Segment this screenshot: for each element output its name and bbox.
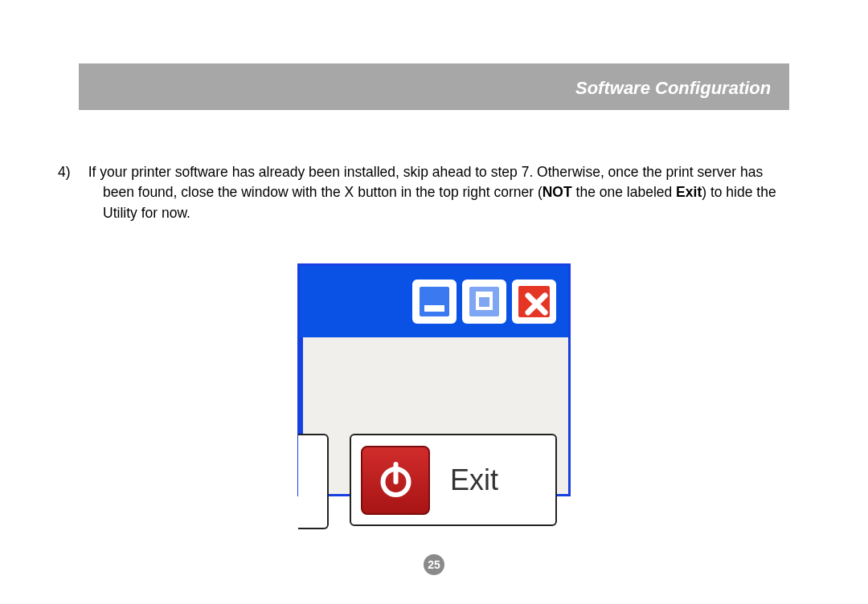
page-number-badge: 25 bbox=[424, 554, 444, 575]
step-text-mid: the one labeled bbox=[572, 184, 676, 200]
close-icon bbox=[518, 286, 555, 322]
window-titlebar bbox=[300, 266, 568, 337]
window-corner-figure: Exit bbox=[297, 263, 571, 496]
window-body: Exit bbox=[300, 337, 568, 494]
minimize-button[interactable] bbox=[412, 280, 457, 324]
step-not-word: NOT bbox=[542, 184, 572, 200]
manual-page: Software Configuration 4) If your printe… bbox=[0, 0, 868, 604]
maximize-icon bbox=[476, 292, 493, 310]
exit-button[interactable]: Exit bbox=[350, 434, 557, 526]
page-section-title: Software Configuration bbox=[575, 78, 771, 99]
exit-button-label: Exit bbox=[450, 463, 498, 497]
power-icon bbox=[361, 446, 430, 515]
step-exit-word: Exit bbox=[676, 184, 702, 200]
partial-button-edge bbox=[298, 434, 329, 529]
close-button[interactable] bbox=[512, 280, 556, 324]
page-number: 25 bbox=[428, 558, 440, 571]
minimize-icon bbox=[424, 305, 444, 312]
maximize-button[interactable] bbox=[462, 280, 506, 324]
instruction-step: 4) If your printer software has already … bbox=[80, 162, 778, 223]
